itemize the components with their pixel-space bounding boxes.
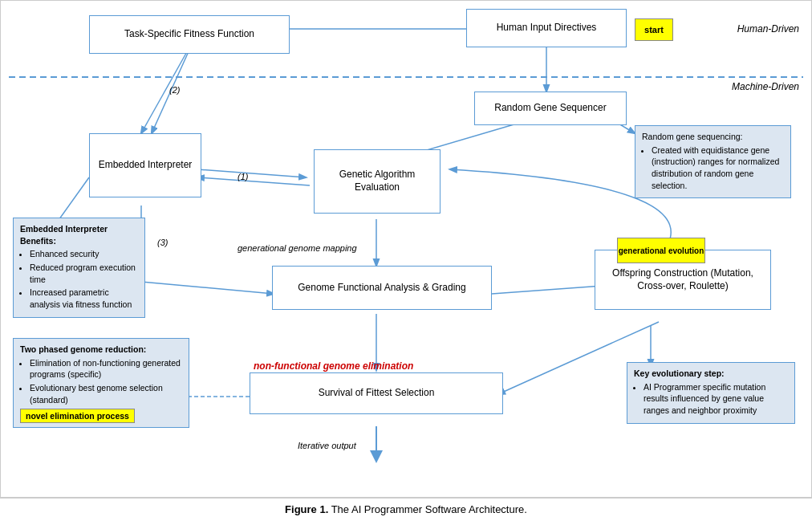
random-gene-label: Random Gene Sequencer: [494, 102, 606, 115]
figure-caption: Figure 1. The AI Programmer Software Arc…: [0, 498, 812, 520]
generational-evolution-badge: generational evolution: [617, 238, 705, 263]
random-gene-box: Random Gene Sequencer: [474, 92, 627, 125]
embedded-interpreter-label: Embedded Interpreter: [99, 159, 193, 172]
generational-evolution-label: generational evolution: [619, 246, 704, 255]
svg-line-7: [492, 286, 603, 294]
start-button[interactable]: start: [635, 18, 673, 41]
diagram-container: Task-Specific Fitness Function Human Inp…: [0, 0, 812, 498]
genetic-algorithm-box: Genetic Algorithm Evaluation: [314, 149, 441, 214]
num2-label: (2): [169, 85, 180, 95]
generational-genome-label: generational genome mapping: [238, 243, 357, 253]
num1-label: (1): [238, 172, 248, 181]
machine-driven-label: Machine-Driven: [732, 81, 799, 92]
iterative-output-label: Iterative output: [298, 441, 356, 450]
non-functional-label: non-functional genome elimination: [254, 360, 413, 372]
genome-analysis-label: Genome Functional Analysis & Grading: [298, 282, 465, 295]
human-input-box: Human Input Directives: [466, 9, 627, 47]
start-label: start: [644, 25, 664, 35]
human-driven-label: Human-Driven: [737, 23, 799, 35]
fitness-function-box: Task-Specific Fitness Function: [89, 15, 290, 54]
num3-label: (3): [157, 238, 168, 247]
embedded-benefits-note: Embedded Interpreter Benefits: Enhanced …: [13, 218, 145, 318]
human-input-label: Human Input Directives: [497, 22, 597, 35]
genetic-algorithm-label: Genetic Algorithm Evaluation: [321, 169, 433, 193]
svg-line-5: [197, 169, 306, 177]
survival-box: Survival of Fittest Selection: [250, 372, 503, 414]
novel-elimination-badge: novel elimination process: [20, 409, 135, 423]
two-phased-note: Two phased genome reduction: Elimination…: [13, 338, 189, 428]
fitness-function-label: Task-Specific Fitness Function: [124, 28, 254, 41]
survival-label: Survival of Fittest Selection: [319, 387, 435, 400]
embedded-interpreter-box: Embedded Interpreter: [89, 133, 201, 197]
svg-line-14: [197, 177, 310, 185]
svg-line-12: [141, 282, 274, 294]
iterative-arrow: [366, 426, 390, 466]
genome-analysis-box: Genome Functional Analysis & Grading: [272, 266, 492, 310]
offspring-label: Offspring Construction (Mutation, Cross-…: [602, 267, 764, 292]
random-gene-note: Random gene sequencing: Created with equ…: [635, 125, 791, 198]
key-evolutionary-note: Key evolutionary step: AI Programmer spe…: [627, 362, 795, 424]
